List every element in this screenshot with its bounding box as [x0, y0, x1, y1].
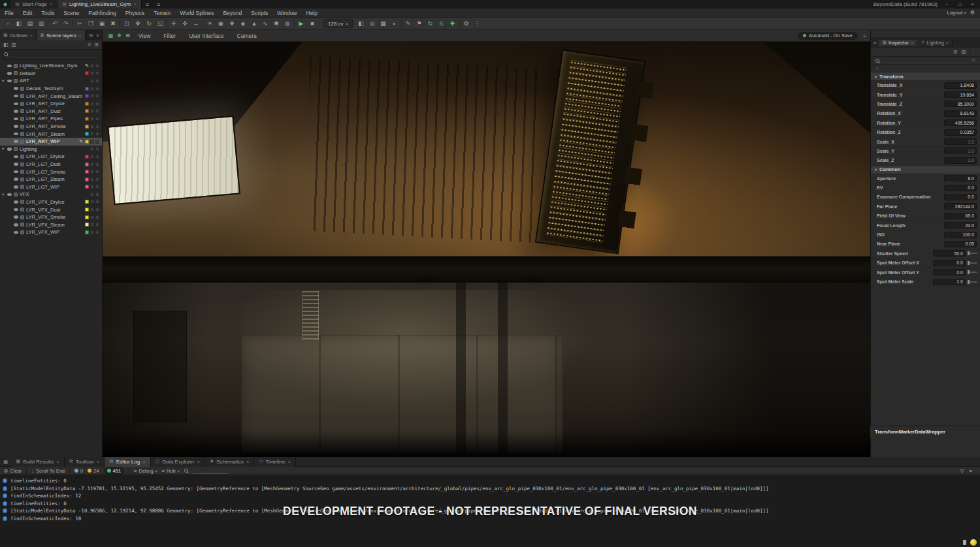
visibility-eye-icon[interactable] [14, 223, 18, 227]
layer-solo-toggle[interactable] [90, 87, 94, 91]
property-value-field[interactable]: 0.0 [933, 269, 966, 275]
visibility-eye-icon[interactable] [14, 200, 18, 204]
material-tool-icon[interactable]: ◈ [238, 19, 248, 29]
menu-item[interactable]: Window [272, 10, 301, 16]
bottom-tab[interactable]: ❖ Schematics × [205, 457, 254, 467]
toolbar-icon[interactable] [47, 20, 49, 27]
maximize-button[interactable]: □ [956, 1, 963, 7]
history-icon[interactable]: ▥ [961, 49, 966, 55]
layer-lock-toggle[interactable] [95, 215, 99, 219]
selection-chip[interactable] [875, 67, 879, 70]
flag-icon[interactable]: ⚑ [414, 19, 425, 29]
undo-icon[interactable]: ↶ [50, 19, 60, 29]
toolbar-icon[interactable] [459, 20, 461, 27]
property-value-field[interactable]: 50.0 [933, 250, 966, 257]
layer-color-swatch[interactable] [85, 185, 89, 189]
layer-solo-toggle[interactable] [90, 200, 94, 204]
layer-solo-toggle[interactable] [90, 140, 94, 144]
move-tool-icon[interactable]: ✥ [133, 19, 143, 29]
error-count[interactable]: 0 [74, 468, 83, 474]
log-search-input[interactable] [193, 468, 228, 474]
pin-icon[interactable]: ⊞ [953, 49, 958, 55]
layer-row[interactable]: ▾ LYR_VFX_DryIce ✎ [0, 198, 102, 206]
bottom-tab[interactable]: ▤ Editor Log × [105, 457, 151, 467]
layer-color-swatch[interactable] [85, 125, 89, 129]
layer-color-swatch[interactable] [85, 178, 89, 181]
tab-list-icon[interactable]: ≡ [142, 1, 153, 8]
terrain-tool-icon[interactable]: ▲ [249, 19, 259, 29]
autobuild-toggle[interactable]: Autobuild - On Save [798, 32, 858, 40]
property-value-field[interactable]: 0.0 [933, 260, 966, 266]
log-line[interactable]: i timelineEntities: 0 [0, 477, 980, 485]
menu-item[interactable]: Help [302, 10, 322, 16]
viewport-3d-canvas[interactable] [103, 42, 870, 457]
visibility-eye-icon[interactable] [14, 185, 18, 189]
layer-row[interactable]: ▾ LYR_ART_Dust ✎ [0, 108, 102, 116]
menu-item[interactable]: Physics [121, 10, 149, 16]
close-icon[interactable]: × [287, 459, 291, 465]
panel-grid-icon[interactable]: ⊞ [89, 33, 93, 39]
visibility-eye-icon[interactable] [7, 80, 12, 83]
panel-menu-icon[interactable]: ≡ [96, 33, 99, 39]
property-value-field[interactable]: 24.0 [944, 222, 977, 228]
layer-solo-toggle[interactable] [90, 155, 94, 159]
viewport-snap-icon[interactable]: ⊞ [123, 33, 132, 39]
hub-dropdown[interactable]: ≡Hub▾ [162, 468, 180, 474]
fx-tool-icon[interactable]: ✱ [271, 19, 282, 29]
layer-color-swatch[interactable] [85, 87, 89, 91]
layer-row[interactable]: ▾ LYR_ART_Ceiling_Steam ✎ [0, 92, 102, 100]
layer-solo-toggle[interactable] [90, 79, 94, 83]
layer-color-swatch[interactable] [85, 117, 89, 121]
layer-lock-toggle[interactable] [95, 193, 99, 196]
copy-icon[interactable]: ❐ [86, 19, 96, 29]
layer-solo-toggle[interactable] [90, 215, 94, 219]
layer-row[interactable]: ▾ LYR_LGT_Dust ✎ [0, 161, 102, 168]
clear-log-button[interactable]: ⊘Clear [4, 468, 22, 474]
property-value-field[interactable]: 1.8408 [944, 82, 977, 89]
toolbar-icon[interactable] [400, 20, 402, 27]
property-value-field[interactable]: 0.05 [944, 241, 977, 247]
layer-row[interactable]: ▾ LYR_LGT_DryIce ✎ [0, 153, 102, 161]
sort-icon[interactable]: ≡ [88, 42, 91, 48]
layer-row[interactable]: ▾ LYR_VFX_Steam ✎ [0, 221, 102, 228]
filter-funnel-icon[interactable]: ▽ [972, 58, 975, 63]
property-value-field[interactable]: 85.3000 [944, 101, 977, 107]
log-line[interactable]: i findInSchematicIndex: 12 [0, 492, 980, 500]
wireframe-icon[interactable]: ▦ [378, 19, 389, 29]
viewport-menu-item[interactable]: Filter [157, 33, 182, 39]
menu-item[interactable]: Edit [18, 10, 37, 16]
layer-lock-toggle[interactable] [95, 87, 99, 91]
layer-row[interactable]: ▾ Lighting_LiveStream_Gym ✎ [0, 62, 102, 70]
new-file-icon[interactable]: ▫ [3, 19, 13, 29]
visibility-eye-icon[interactable] [14, 117, 18, 121]
inspector-search-input[interactable] [883, 57, 969, 63]
toolbar-icon[interactable] [202, 20, 204, 27]
inspector-tab[interactable]: ☀ Lighting × [917, 40, 953, 46]
visibility-eye-icon[interactable] [14, 163, 18, 166]
layer-color-swatch[interactable] [85, 170, 89, 174]
toolbar-icon[interactable] [72, 20, 74, 27]
layers-icon[interactable]: ◧ [356, 19, 367, 29]
physics-tool-icon[interactable]: ◍ [282, 19, 293, 29]
layer-row[interactable]: ▾ LYR_VFX_WIP ✎ [0, 228, 102, 236]
property-value-field[interactable]: 1.0 [944, 148, 977, 154]
settings-icon[interactable]: ⚙ [461, 19, 472, 29]
delete-icon[interactable]: ✖ [108, 19, 118, 29]
light-tool-icon[interactable]: ☀ [204, 19, 215, 29]
property-value-field[interactable]: 19.864 [944, 91, 977, 98]
visibility-icon[interactable]: ◎ [367, 19, 378, 29]
document-tab[interactable]: ▤ Lighting_LiveStream_Gym × [57, 0, 142, 8]
layer-color-swatch[interactable] [85, 71, 89, 75]
layer-solo-toggle[interactable] [90, 163, 94, 166]
layer-color-swatch[interactable] [85, 200, 89, 204]
property-value-field[interactable]: 0.0357 [944, 129, 977, 136]
viewport-options-icon[interactable]: ≡ [858, 33, 866, 39]
visibility-eye-icon[interactable] [7, 72, 12, 75]
layer-row[interactable]: ▾ VFX ✎ [0, 191, 102, 198]
menu-item[interactable]: Scene [59, 10, 84, 16]
close-icon[interactable]: × [78, 33, 82, 39]
property-value-field[interactable]: 0.0 [944, 194, 977, 200]
bottom-tab[interactable]: ▦ Build Results × [12, 457, 65, 467]
refresh-icon[interactable]: ⋮ [970, 49, 975, 55]
layer-solo-toggle[interactable] [90, 71, 94, 75]
